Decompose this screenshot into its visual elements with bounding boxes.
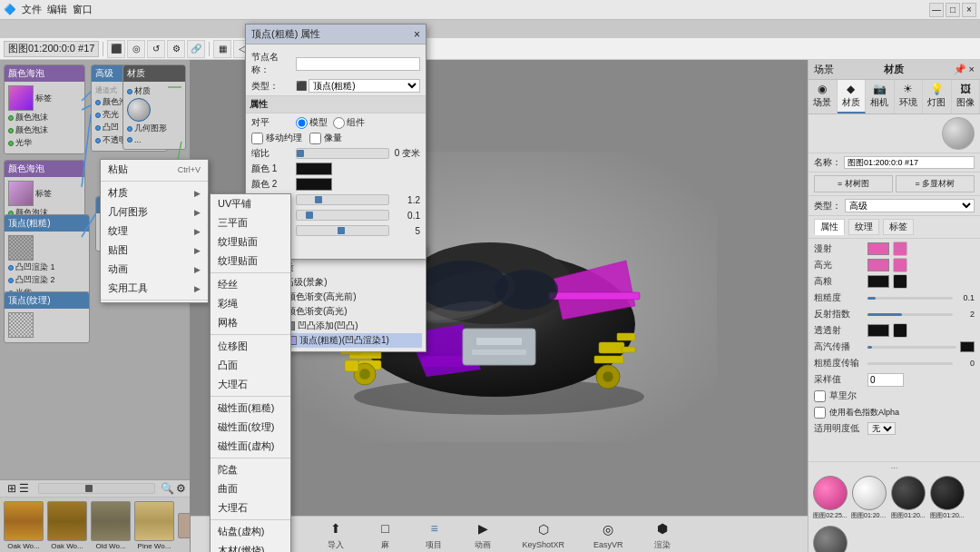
strip-size-slider[interactable] <box>38 483 155 494</box>
bottom-btn-animate[interactable]: ▶ 动画 <box>467 517 498 553</box>
prop-scatter-slider[interactable] <box>867 346 956 349</box>
right-close-icon[interactable]: × <box>969 64 975 74</box>
ctx-sub-uvtile[interactable]: UV平铺 <box>211 194 290 213</box>
bottom-btn-import[interactable]: ⬆ 导入 <box>320 517 351 553</box>
subtab-props[interactable]: 属性 <box>814 219 845 235</box>
prop-specular-swatch[interactable] <box>867 259 889 271</box>
dialog-concave-slider[interactable] <box>296 210 389 221</box>
close-button[interactable]: × <box>962 3 976 17</box>
mat-item-small-1[interactable] <box>178 513 191 538</box>
right-thumb-5[interactable]: 图图01:... <box>812 526 848 552</box>
ctx-sub-displace[interactable]: 位移图 <box>211 337 290 356</box>
ctx-sub-warp[interactable]: 经丝 <box>211 275 290 294</box>
bottom-btn-easyvr[interactable]: ◎ EasyVR <box>588 518 629 551</box>
ctx-sub-texface2[interactable]: 纹理贴面 <box>211 251 290 271</box>
ctx-utils[interactable]: 实用工具 ▶ <box>101 279 208 298</box>
strip-search-icon[interactable]: 🔍 <box>161 482 174 495</box>
type-select[interactable]: 高级 <box>845 199 975 212</box>
dialog-absorb-slider[interactable] <box>296 225 389 236</box>
prop-rough-slider[interactable] <box>867 297 953 300</box>
app-menu-edit[interactable]: 编辑 <box>47 3 67 16</box>
bottom-btn-project[interactable]: ≡ 项目 <box>418 517 449 553</box>
dialog-close-btn[interactable]: × <box>414 28 420 41</box>
toolbar-btn-4[interactable]: ⚙ <box>167 40 185 58</box>
prop-brightness-select[interactable]: 无 <box>867 422 896 435</box>
tab-material[interactable]: ◆ 材质 <box>838 80 867 113</box>
ctx-sub-mag-rough[interactable]: 磁性面(粗糙) <box>211 399 290 418</box>
app-menu-file[interactable]: 文件 <box>22 3 42 16</box>
dialog-move-checkbox[interactable]: 移动约理 <box>251 132 302 144</box>
ctx-sub-triplanar[interactable]: 三平面 <box>211 213 290 232</box>
subtab-texture[interactable]: 纹理 <box>848 219 879 235</box>
strip-icon-1[interactable]: ⊞ <box>7 482 16 495</box>
ctx-paste[interactable]: 粘贴 Ctrl+V <box>101 160 208 179</box>
prop-rough-trans-slider[interactable] <box>867 362 953 365</box>
prop-scatter-color[interactable] <box>960 341 975 352</box>
ctx-sub-convex[interactable]: 凸面 <box>211 356 290 375</box>
toolbar-btn-5[interactable]: 🔗 <box>187 40 205 58</box>
ctx-sub-marble[interactable]: 大理石 <box>211 375 290 394</box>
prop-transmission-color[interactable] <box>893 323 907 338</box>
ctx-sub-mag-tex[interactable]: 磁性面(纹理) <box>211 418 290 437</box>
prop-diffuse-color[interactable] <box>893 242 907 256</box>
tab-light[interactable]: 💡 灯图 <box>923 80 952 113</box>
tab-env[interactable]: ☀ 环境 <box>895 80 924 113</box>
prop-roughness-swatch[interactable] <box>867 275 889 288</box>
dialog-name-input[interactable] <box>296 57 420 71</box>
ctx-map[interactable]: 贴图 ▶ <box>101 241 208 260</box>
minimize-button[interactable]: — <box>929 3 944 17</box>
right-thumb-1[interactable]: 图图02:25... <box>812 476 848 520</box>
toolbar-btn-2[interactable]: ◎ <box>127 40 145 58</box>
toolbar-btn-6[interactable]: ▦ <box>213 40 231 58</box>
multi-mat-btn[interactable]: = 多显材树 <box>896 175 975 192</box>
ctx-animation[interactable]: 动画 ▶ <box>101 260 208 279</box>
node-color-ocean-1[interactable]: 颜色海泡 标签 颜色泡沫 颜色泡沫 光华 <box>4 64 85 154</box>
ctx-sub-mesh[interactable]: 网格 <box>211 313 290 332</box>
app-menu-window[interactable]: 窗口 <box>73 3 93 16</box>
prop-samples-input[interactable] <box>867 373 904 387</box>
mat-item-1[interactable]: Oak Wo... <box>4 501 44 550</box>
subtab-labels[interactable]: 标签 <box>883 219 914 235</box>
name-input[interactable] <box>844 156 975 169</box>
dialog-move-check[interactable] <box>251 133 263 144</box>
ctx-sub-drill[interactable]: 钻盘(虚构) <box>211 522 290 541</box>
ctx-sub-rope[interactable]: 彩绳 <box>211 294 290 313</box>
prop-fresnel-check[interactable] <box>814 390 826 402</box>
prop-specular-color[interactable] <box>893 258 907 272</box>
mat-tree-btn[interactable]: = 材树图 <box>814 175 893 192</box>
prop-roughness-color[interactable] <box>893 274 907 289</box>
bottom-btn-render[interactable]: ⬢ 渲染 <box>647 517 678 553</box>
dialog-radio-part[interactable]: 组件 <box>333 116 365 129</box>
dialog-offset-slider[interactable] <box>296 148 389 159</box>
dialog-image-checkbox[interactable]: 像量 <box>309 132 342 144</box>
dialog-image-check[interactable] <box>309 133 321 144</box>
prop-reflect-slider[interactable] <box>867 313 953 316</box>
prop-diffuse-swatch[interactable] <box>867 242 889 255</box>
mat-item-2[interactable]: Oak Wo... <box>47 501 87 550</box>
strip-icon-2[interactable]: ☰ <box>19 482 29 495</box>
ctx-material[interactable]: 材质 ▶ <box>101 183 208 202</box>
tab-camera[interactable]: 📷 相机 <box>866 80 895 113</box>
ctx-sub-mag-fic[interactable]: 磁性面(虚构) <box>211 437 290 456</box>
prop-transmission-swatch[interactable] <box>867 324 889 337</box>
bottom-btn-keyshot[interactable]: ⬡ KeyShotXR <box>516 518 570 551</box>
ctx-sub-surface[interactable]: 曲面 <box>211 479 290 498</box>
ctx-texture[interactable]: 纹理 ▶ <box>101 222 208 241</box>
maximize-button[interactable]: □ <box>946 3 960 17</box>
dialog-type-select[interactable]: 顶点(粗糙) <box>309 79 420 93</box>
right-thumb-2[interactable]: 图图01:200... <box>851 476 887 520</box>
toolbar-btn-1[interactable]: ⬛ <box>107 40 125 58</box>
dialog-color1-swatch[interactable] <box>296 163 332 175</box>
bottom-btn-scene[interactable]: □ 麻 <box>369 517 400 553</box>
dialog-color2-swatch[interactable] <box>296 178 332 191</box>
strip-settings-icon[interactable]: ⚙ <box>176 482 186 495</box>
ctx-sub-marble2[interactable]: 大理石 <box>211 498 290 518</box>
right-thumb-3[interactable]: 图图01:20... <box>890 476 926 520</box>
dialog-radio-part-input[interactable] <box>333 117 345 129</box>
node-bump-proc[interactable]: 顶点(纹理) <box>4 291 90 343</box>
dialog-radio-model-input[interactable] <box>296 117 308 129</box>
tab-image[interactable]: 🖼 图像 <box>952 80 981 113</box>
ctx-geometry[interactable]: 几何图形 ▶ <box>101 202 208 222</box>
right-thumb-4[interactable]: 图图01:20... <box>929 476 965 520</box>
tab-scene[interactable]: ◉ 场景 <box>808 80 838 113</box>
